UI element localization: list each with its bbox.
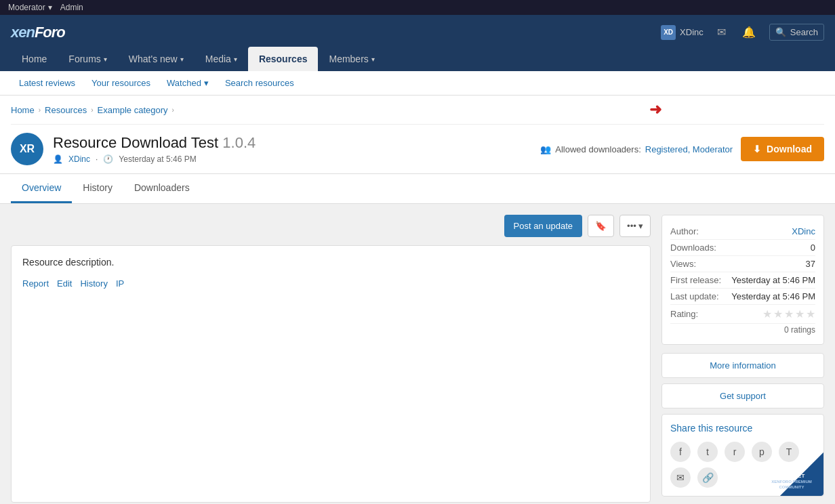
share-link[interactable]: 🔗: [697, 467, 718, 488]
user-avatar-small: XD: [661, 25, 676, 40]
moderator-menu[interactable]: Moderator ▾: [8, 3, 52, 12]
rating-stars: ★ ★ ★ ★ ★: [762, 308, 815, 320]
more-dots: •••: [627, 221, 636, 231]
resource-title-block: Resource Download Test 1.0.4 👤 XDinc · 🕐…: [53, 134, 256, 164]
more-button[interactable]: ••• ▾: [619, 215, 651, 237]
nav-media[interactable]: Media ▾: [195, 47, 248, 71]
nav-members-label: Members: [329, 54, 368, 64]
sub-nav-watched[interactable]: Watched ▾: [159, 71, 217, 95]
nav-forums-label: Forums: [68, 54, 100, 64]
header: xenForo XD XDinc ✉ 🔔 🔍 Search Home Forum…: [0, 15, 835, 71]
resource-version: 1.0.4: [222, 134, 256, 151]
download-icon: ⬇: [753, 144, 761, 154]
search-icon: 🔍: [775, 27, 786, 37]
logo-part1: xen: [11, 24, 35, 41]
logo[interactable]: xenForo: [11, 24, 65, 41]
resource-date: Yesterday at 5:46 PM: [119, 154, 196, 164]
share-facebook[interactable]: f: [670, 442, 691, 462]
search-button[interactable]: 🔍 Search: [769, 24, 824, 41]
share-email[interactable]: ✉: [670, 467, 691, 488]
main-content: Post an update 🔖 ••• ▾ Resource descript…: [0, 204, 835, 504]
views-row: Views: 37: [670, 256, 815, 272]
resource-header-right: 👥 Allowed downloaders: Registered, Moder…: [540, 137, 824, 161]
nav-media-arrow: ▾: [234, 56, 237, 63]
last-update-row: Last update: Yesterday at 5:46 PM: [670, 289, 815, 305]
link-edit[interactable]: Edit: [57, 278, 72, 289]
content-actions: Post an update 🔖 ••• ▾: [11, 215, 651, 237]
moderator-label: Moderator: [8, 3, 45, 12]
bookmark-button[interactable]: 🔖: [588, 215, 614, 237]
search-label: Search: [790, 27, 818, 37]
nav-members-arrow: ▾: [371, 56, 375, 63]
download-button[interactable]: ⬇ Download: [741, 137, 824, 161]
link-report[interactable]: Report: [22, 278, 49, 289]
sub-nav: Latest reviews Your resources Watched ▾ …: [0, 71, 835, 96]
star-2[interactable]: ★: [773, 308, 783, 320]
tab-history[interactable]: History: [72, 174, 123, 203]
share-twitter[interactable]: t: [697, 442, 718, 462]
tab-overview[interactable]: Overview: [11, 174, 72, 203]
link-ip[interactable]: IP: [116, 278, 124, 289]
author-icon: 👤: [53, 154, 63, 164]
nav-whats-new-arrow: ▾: [180, 56, 184, 63]
resource-author[interactable]: XDinc: [68, 154, 90, 164]
ratings-count: 0 ratings: [670, 324, 815, 336]
breadcrumb-home[interactable]: Home: [11, 105, 35, 115]
moderator-dropdown-icon: ▾: [48, 3, 52, 12]
tab-downloaders[interactable]: Downloaders: [123, 174, 201, 203]
author-row: Author: XDinc: [670, 224, 815, 240]
last-update-value: Yesterday at 5:46 PM: [731, 291, 815, 301]
nav-media-label: Media: [205, 54, 231, 64]
main-nav: Home Forums ▾ What's new ▾ Media ▾ Resou…: [11, 47, 824, 71]
content-column: Post an update 🔖 ••• ▾ Resource descript…: [11, 215, 651, 503]
resource-header-left: XR Resource Download Test 1.0.4 👤 XDinc …: [11, 133, 256, 165]
red-arrow-indicator: ➜: [649, 101, 661, 119]
sub-nav-latest-reviews[interactable]: Latest reviews: [11, 71, 83, 95]
resource-meta: 👤 XDinc · 🕐 Yesterday at 5:46 PM: [53, 154, 256, 164]
nav-whats-new[interactable]: What's new ▾: [118, 47, 195, 71]
views-value: 37: [806, 259, 815, 269]
sidebar: Author: XDinc Downloads: 0 Views: 37 Fir…: [661, 215, 824, 503]
share-title: Share this resource: [670, 423, 815, 434]
get-support-button[interactable]: Get support: [661, 383, 824, 408]
author-value[interactable]: XDinc: [792, 226, 815, 236]
resource-avatar: XR: [11, 133, 43, 165]
nav-whats-new-label: What's new: [129, 54, 178, 64]
header-right: XD XDinc ✉ 🔔 🔍 Search: [661, 23, 824, 41]
star-4[interactable]: ★: [795, 308, 805, 320]
nav-members[interactable]: Members ▾: [318, 47, 385, 71]
people-icon: 👥: [540, 144, 551, 154]
content-area: Resource description. Report Edit Histor…: [11, 245, 651, 503]
sub-nav-search-resources[interactable]: Search resources: [217, 71, 302, 95]
breadcrumb-sep-3: ›: [172, 106, 174, 114]
views-label: Views:: [670, 259, 696, 269]
share-reddit[interactable]: r: [725, 442, 745, 462]
user-info[interactable]: XD XDinc: [661, 25, 704, 40]
admin-link[interactable]: Admin: [60, 3, 83, 12]
nav-home[interactable]: Home: [11, 47, 58, 71]
more-information-button[interactable]: More information: [661, 353, 824, 378]
star-5[interactable]: ★: [806, 308, 815, 320]
watched-dropdown-icon: ▾: [204, 78, 209, 88]
admin-bar: Moderator ▾ Admin: [0, 0, 835, 15]
breadcrumb-example-category[interactable]: Example category: [98, 105, 168, 115]
breadcrumb-resources[interactable]: Resources: [45, 105, 87, 115]
star-1[interactable]: ★: [762, 308, 772, 320]
nav-home-label: Home: [22, 54, 47, 64]
link-history[interactable]: History: [80, 278, 107, 289]
more-chevron: ▾: [638, 221, 643, 231]
star-3[interactable]: ★: [784, 308, 794, 320]
resource-title: Resource Download Test 1.0.4: [53, 134, 256, 152]
nav-resources[interactable]: Resources: [248, 47, 319, 71]
rating-label: Rating:: [670, 309, 698, 319]
bell-icon[interactable]: 🔔: [739, 23, 758, 41]
allowed-downloaders-value[interactable]: Registered, Moderator: [645, 144, 733, 154]
downloads-row: Downloads: 0: [670, 240, 815, 256]
sub-nav-your-resources[interactable]: Your resources: [83, 71, 159, 95]
mail-icon[interactable]: ✉: [714, 23, 729, 41]
rating-row: Rating: ★ ★ ★ ★ ★: [670, 305, 815, 324]
downloads-value: 0: [811, 243, 815, 253]
nav-forums[interactable]: Forums ▾: [58, 47, 117, 71]
breadcrumb-sep-2: ›: [91, 106, 93, 114]
post-update-button[interactable]: Post an update: [504, 215, 582, 237]
